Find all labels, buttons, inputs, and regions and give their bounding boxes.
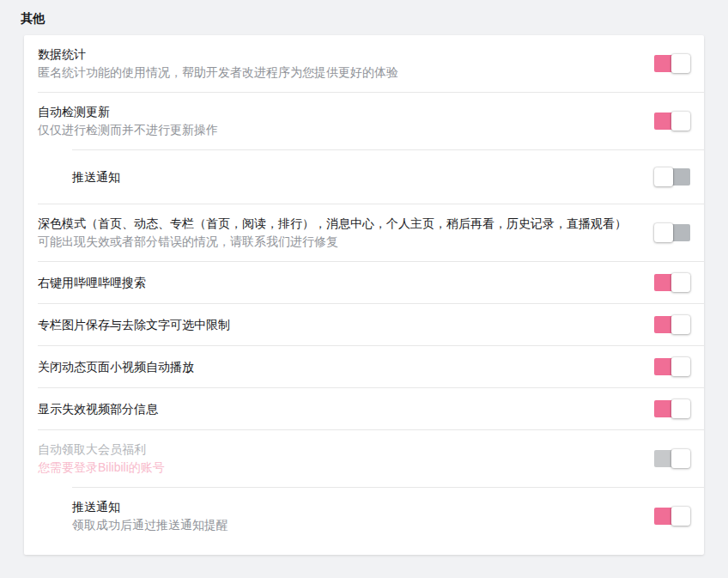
toggle-knob: [654, 223, 673, 242]
setting-label: 右键用哔哩哔哩搜索: [38, 274, 146, 292]
toggle-knob: [671, 399, 690, 418]
setting-row-disable-feed-video-autoplay: 关闭动态页面小视频自动播放: [38, 345, 704, 387]
setting-description: 您需要登录Bilibili的账号: [38, 459, 165, 477]
settings-panel: 数据统计 匿名统计功能的使用情况，帮助开发者改进程序为您提供更好的体验 自动检测…: [24, 35, 704, 555]
toggle-switch[interactable]: [654, 357, 690, 376]
setting-text: 专栏图片保存与去除文字可选中限制: [38, 316, 240, 334]
setting-label: 专栏图片保存与去除文字可选中限制: [38, 316, 230, 334]
setting-row-push-notification-update: 推送通知: [72, 149, 704, 204]
setting-row-auto-claim-vip-benefits: 自动领取大会员福利 您需要登录Bilibili的账号: [38, 429, 704, 487]
setting-text: 推送通知 领取成功后通过推送通知提醒: [72, 498, 239, 534]
setting-description: 可能出现失效或者部分错误的情况，请联系我们进行修复: [38, 233, 627, 251]
setting-label: 显示失效视频部分信息: [38, 400, 158, 418]
setting-text: 自动领取大会员福利 您需要登录Bilibili的账号: [38, 441, 175, 477]
setting-description: 仅仅进行检测而并不进行更新操作: [38, 121, 218, 139]
toggle-switch[interactable]: [654, 273, 690, 292]
setting-label: 数据统计: [38, 46, 398, 64]
toggle-knob: [671, 112, 690, 131]
toggle-switch[interactable]: [654, 223, 690, 242]
toggle-switch[interactable]: [654, 449, 690, 468]
setting-row-article-image-save: 专栏图片保存与去除文字可选中限制: [38, 303, 704, 345]
setting-label: 推送通知: [72, 498, 228, 516]
toggle-switch[interactable]: [654, 54, 690, 73]
setting-label: 深色模式（首页、动态、专栏（首页，阅读，排行），消息中心，个人主页，稍后再看，历…: [38, 215, 627, 233]
setting-row-dark-mode: 深色模式（首页、动态、专栏（首页，阅读，排行），消息中心，个人主页，稍后再看，历…: [38, 204, 704, 261]
toggle-knob: [671, 357, 690, 376]
toggle-switch[interactable]: [654, 507, 690, 526]
setting-text: 推送通知: [72, 168, 130, 186]
setting-label: 自动检测更新: [38, 103, 218, 121]
toggle-switch[interactable]: [654, 399, 690, 418]
setting-row-push-notification-claim: 推送通知 领取成功后通过推送通知提醒: [72, 487, 704, 545]
toggle-knob: [671, 273, 690, 292]
setting-row-show-invalid-video-info: 显示失效视频部分信息: [38, 387, 704, 429]
section-title: 其他: [21, 9, 728, 27]
setting-text: 数据统计 匿名统计功能的使用情况，帮助开发者改进程序为您提供更好的体验: [38, 46, 409, 82]
setting-row-right-click-search: 右键用哔哩哔哩搜索: [38, 261, 704, 303]
setting-description: 匿名统计功能的使用情况，帮助开发者改进程序为您提供更好的体验: [38, 64, 398, 82]
setting-label: 推送通知: [72, 168, 120, 186]
setting-text: 深色模式（首页、动态、专栏（首页，阅读，排行），消息中心，个人主页，稍后再看，历…: [38, 215, 637, 251]
setting-text: 显示失效视频部分信息: [38, 400, 168, 418]
setting-text: 右键用哔哩哔哩搜索: [38, 274, 156, 292]
toggle-knob: [671, 315, 690, 334]
toggle-knob: [654, 167, 673, 186]
toggle-switch[interactable]: [654, 112, 690, 131]
setting-description: 领取成功后通过推送通知提醒: [72, 516, 228, 534]
toggle-knob: [671, 507, 690, 526]
setting-label: 关闭动态页面小视频自动播放: [38, 358, 194, 376]
setting-row-auto-update-check: 自动检测更新 仅仅进行检测而并不进行更新操作: [38, 92, 704, 149]
setting-text: 关闭动态页面小视频自动播放: [38, 358, 204, 376]
setting-text: 自动检测更新 仅仅进行检测而并不进行更新操作: [38, 103, 228, 139]
toggle-switch[interactable]: [654, 167, 690, 186]
toggle-knob: [671, 54, 690, 73]
setting-row-data-statistics: 数据统计 匿名统计功能的使用情况，帮助开发者改进程序为您提供更好的体验: [38, 35, 704, 92]
settings-page: 其他 数据统计 匿名统计功能的使用情况，帮助开发者改进程序为您提供更好的体验 自…: [0, 9, 728, 555]
toggle-knob: [671, 449, 690, 468]
toggle-switch[interactable]: [654, 315, 690, 334]
setting-label: 自动领取大会员福利: [38, 441, 165, 459]
